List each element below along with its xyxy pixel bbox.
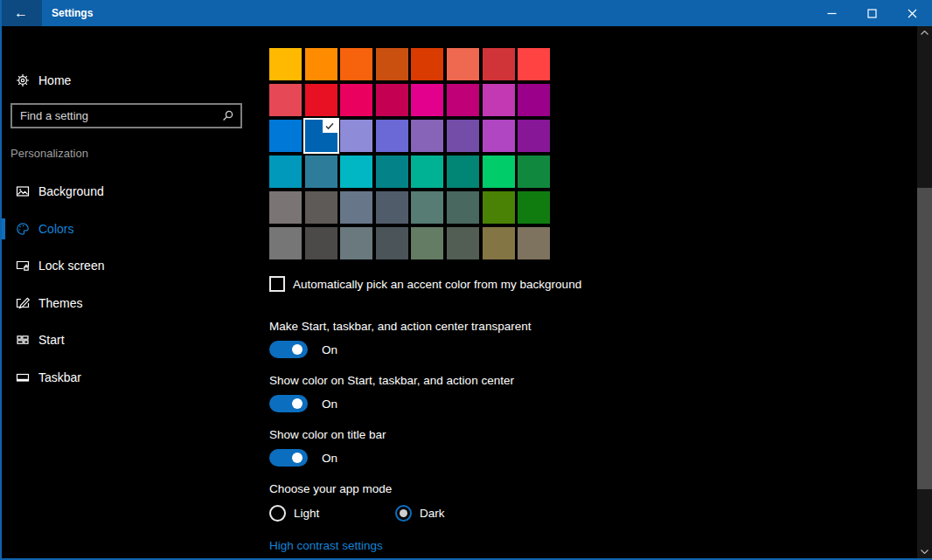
sidebar-item-colors[interactable]: Colors <box>2 211 257 248</box>
taskbar-icon <box>16 370 30 384</box>
search-icon[interactable] <box>221 109 234 122</box>
accent-swatch[interactable] <box>376 227 408 259</box>
accent-swatch[interactable] <box>447 48 479 80</box>
sidebar-item-lock-screen[interactable]: Lock screen <box>2 247 257 285</box>
accent-swatch[interactable] <box>518 191 550 224</box>
app-mode-light-option[interactable]: Light <box>269 505 319 522</box>
accent-swatch[interactable] <box>447 156 479 188</box>
scroll-up-arrow[interactable] <box>917 26 932 39</box>
accent-swatch[interactable] <box>411 84 443 116</box>
sidebar-item-start[interactable]: Start <box>2 321 257 359</box>
accent-swatch[interactable] <box>305 48 337 80</box>
app-mode-dark-option[interactable]: Dark <box>395 505 445 522</box>
toggle-knob <box>292 453 303 463</box>
accent-swatch[interactable] <box>340 191 372 224</box>
accent-swatch[interactable] <box>518 84 550 116</box>
auto-accent-checkbox[interactable] <box>269 276 285 292</box>
chevron-down-icon <box>921 550 929 554</box>
accent-swatch[interactable] <box>305 156 337 188</box>
scroll-down-arrow[interactable] <box>917 545 932 558</box>
accent-swatch[interactable] <box>483 48 515 80</box>
light-radio[interactable] <box>269 505 286 522</box>
sidebar-item-label: Colors <box>38 222 73 236</box>
show-color-titlebar-toggle[interactable] <box>269 449 308 467</box>
accent-swatch[interactable] <box>411 191 443 224</box>
accent-swatch[interactable] <box>305 84 337 116</box>
high-contrast-link[interactable]: High contrast settings <box>269 539 383 552</box>
transparency-toggle[interactable] <box>269 341 308 358</box>
transparency-state: On <box>322 343 337 356</box>
toggle-knob <box>292 344 303 355</box>
accent-swatch[interactable] <box>518 227 550 259</box>
sidebar-item-home[interactable]: Home <box>2 67 257 93</box>
sidebar-nav: Background Colors Lock screen <box>2 173 257 396</box>
search-box[interactable] <box>10 103 242 128</box>
accent-swatch[interactable] <box>340 120 372 152</box>
start-icon <box>16 333 30 347</box>
accent-swatch[interactable] <box>340 227 372 259</box>
accent-swatch[interactable] <box>269 156 302 188</box>
minimize-button[interactable] <box>811 0 852 26</box>
sidebar-item-label: Background <box>38 184 104 198</box>
lock-screen-icon <box>16 259 30 273</box>
accent-swatch[interactable] <box>447 227 479 259</box>
accent-color-grid <box>269 48 550 259</box>
dark-radio-label: Dark <box>420 507 445 520</box>
accent-swatch[interactable] <box>518 156 550 188</box>
accent-swatch[interactable] <box>340 48 372 80</box>
back-button[interactable]: ← <box>0 0 42 26</box>
close-button[interactable] <box>892 0 932 26</box>
accent-swatch[interactable] <box>376 156 408 188</box>
accent-swatch[interactable] <box>447 120 479 152</box>
selected-check-icon <box>323 120 337 133</box>
accent-swatch[interactable] <box>483 84 515 116</box>
accent-swatch[interactable] <box>269 120 302 152</box>
accent-swatch[interactable] <box>447 191 479 224</box>
accent-swatch[interactable] <box>305 120 337 152</box>
accent-swatch[interactable] <box>305 191 337 224</box>
sidebar-item-background[interactable]: Background <box>2 173 257 211</box>
accent-swatch[interactable] <box>483 120 515 152</box>
show-color-start-toggle[interactable] <box>269 395 308 412</box>
scrollbar[interactable] <box>917 26 932 558</box>
accent-swatch[interactable] <box>376 120 408 152</box>
auto-accent-row[interactable]: Automatically pick an accent color from … <box>269 276 581 292</box>
titlebar: ← Settings <box>2 0 932 26</box>
accent-swatch[interactable] <box>411 227 443 259</box>
accent-swatch[interactable] <box>269 191 302 224</box>
light-radio-label: Light <box>294 507 319 520</box>
dark-radio[interactable] <box>395 505 412 522</box>
minimize-icon <box>827 9 837 18</box>
accent-swatch[interactable] <box>411 48 443 80</box>
accent-swatch[interactable] <box>483 227 515 259</box>
accent-swatch[interactable] <box>518 48 550 80</box>
accent-swatch[interactable] <box>518 120 550 152</box>
maximize-button[interactable] <box>852 0 892 26</box>
toggle-knob <box>292 398 303 409</box>
maximize-icon <box>867 9 877 18</box>
accent-swatch[interactable] <box>483 156 515 188</box>
accent-swatch[interactable] <box>376 84 408 116</box>
accent-swatch[interactable] <box>340 84 372 116</box>
scrollbar-thumb[interactable] <box>917 188 932 489</box>
sidebar-item-label: Lock screen <box>38 259 104 273</box>
gear-icon <box>16 73 30 87</box>
accent-swatch[interactable] <box>483 191 515 224</box>
accent-swatch[interactable] <box>305 227 337 259</box>
show-color-start-state: On <box>322 398 337 411</box>
accent-swatch[interactable] <box>411 156 443 188</box>
show-color-titlebar-label: Show color on title bar <box>269 427 386 443</box>
search-input[interactable] <box>12 105 240 127</box>
accent-swatch[interactable] <box>447 84 479 116</box>
transparency-setting: Make Start, taskbar, and action center t… <box>269 319 531 358</box>
accent-swatch[interactable] <box>269 227 302 259</box>
accent-swatch[interactable] <box>269 84 302 116</box>
accent-swatch[interactable] <box>376 191 408 224</box>
accent-swatch[interactable] <box>340 156 372 188</box>
accent-swatch[interactable] <box>376 48 408 80</box>
accent-swatch[interactable] <box>269 48 302 80</box>
accent-swatch[interactable] <box>411 120 443 152</box>
sidebar-item-themes[interactable]: Themes <box>2 285 257 322</box>
sidebar-item-taskbar[interactable]: Taskbar <box>2 359 257 397</box>
show-color-start-label: Show color on Start, taskbar, and action… <box>269 373 514 389</box>
